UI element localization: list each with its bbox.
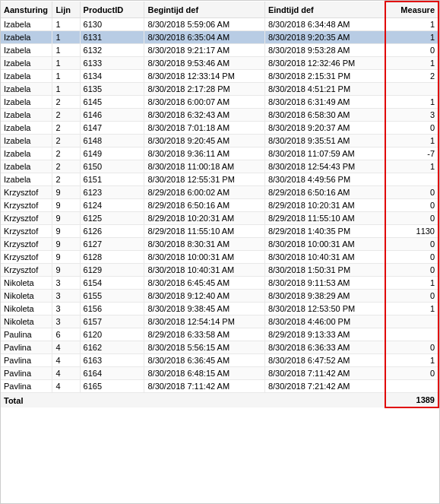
table-row[interactable]: Krzysztof961238/29/2018 6:00:02 AM8/29/2…: [1, 186, 438, 199]
table-row[interactable]: Krzysztof961248/29/2018 6:50:16 AM8/29/2…: [1, 199, 438, 212]
table-row[interactable]: Izabela161358/30/2018 2:17:28 PM8/30/201…: [1, 83, 438, 96]
col-header-aansturing[interactable]: Aansturing: [1, 2, 52, 18]
table-footer: Total 1389: [1, 393, 438, 408]
table-row[interactable]: Krzysztof961268/29/2018 11:55:10 AM8/29/…: [1, 225, 438, 238]
table-row[interactable]: Izabela161328/30/2018 9:21:17 AM8/30/201…: [1, 44, 438, 57]
table-row[interactable]: Izabela261478/30/2018 7:01:18 AM8/30/201…: [1, 122, 438, 135]
table-row[interactable]: Pavlina461628/30/2018 5:56:15 AM8/30/201…: [1, 341, 438, 354]
table-row[interactable]: Nikoleta361548/30/2018 6:45:45 AM8/30/20…: [1, 277, 438, 290]
col-header-productid[interactable]: ProductID: [80, 2, 144, 18]
table-row[interactable]: Izabela261518/30/2018 12:55:31 PM8/30/20…: [1, 173, 438, 186]
table-row[interactable]: Izabela261468/30/2018 6:32:43 AM8/30/201…: [1, 109, 438, 122]
col-header-measure[interactable]: Measure: [385, 2, 438, 18]
table-header: Aansturing Lijn ProductID Begintijd def …: [1, 2, 438, 18]
table-row[interactable]: Paulina661208/29/2018 6:33:58 AM8/29/201…: [1, 328, 438, 341]
table-row[interactable]: Nikoleta361578/30/2018 12:54:14 PM8/30/2…: [1, 315, 438, 328]
table-row[interactable]: Pavlina461658/30/2018 7:11:42 AM8/30/201…: [1, 380, 438, 393]
table-row[interactable]: Nikoleta361568/30/2018 9:38:45 AM8/30/20…: [1, 303, 438, 315]
col-header-begintijd[interactable]: Begintijd def: [144, 2, 264, 18]
table-row[interactable]: Krzysztof961278/30/2018 8:30:31 AM8/30/2…: [1, 238, 438, 251]
footer-total: 1389: [385, 393, 438, 408]
table-row[interactable]: Izabela161308/30/2018 5:59:06 AM8/30/201…: [1, 18, 438, 31]
table-row[interactable]: Izabela161318/30/2018 6:35:04 AM8/30/201…: [1, 31, 438, 44]
table-row[interactable]: Pavlina461648/30/2018 6:48:15 AM8/30/201…: [1, 367, 438, 380]
footer-label: Total: [1, 393, 52, 408]
table-row[interactable]: Izabela261498/30/2018 9:36:11 AM8/30/201…: [1, 147, 438, 160]
table-row[interactable]: Nikoleta361558/30/2018 9:12:40 AM8/30/20…: [1, 290, 438, 303]
table-row[interactable]: Pavlina461638/30/2018 6:36:45 AM8/30/201…: [1, 354, 438, 367]
table-row[interactable]: Izabela261458/30/2018 6:00:07 AM8/30/201…: [1, 96, 438, 109]
table-row[interactable]: Krzysztof961258/29/2018 10:20:31 AM8/29/…: [1, 212, 438, 225]
data-table: Aansturing Lijn ProductID Begintijd def …: [0, 0, 440, 504]
col-header-eindtijd[interactable]: Eindtijd def: [264, 2, 385, 18]
table-row[interactable]: Izabela161348/30/2018 12:33:14 PM8/30/20…: [1, 70, 438, 83]
table-row[interactable]: Izabela261488/30/2018 9:20:45 AM8/30/201…: [1, 135, 438, 147]
table-row[interactable]: Krzysztof961298/30/2018 10:40:31 AM8/30/…: [1, 264, 438, 277]
table-row[interactable]: Krzysztof961288/30/2018 10:00:31 AM8/30/…: [1, 251, 438, 264]
table-row[interactable]: Izabela261508/30/2018 11:00:18 AM8/30/20…: [1, 160, 438, 173]
col-header-lijn[interactable]: Lijn: [52, 2, 80, 18]
table-row[interactable]: Izabela161338/30/2018 9:53:46 AM8/30/201…: [1, 57, 438, 70]
